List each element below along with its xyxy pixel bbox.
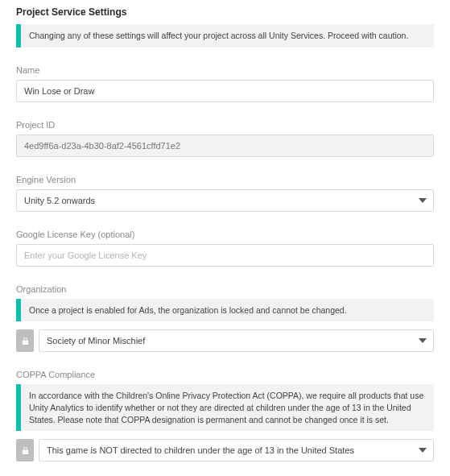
name-field: Name	[16, 65, 434, 102]
coppa-field: COPPA Compliance In accordance with the …	[16, 370, 434, 462]
coppa-banner-text: In accordance with the Children's Online…	[21, 384, 434, 431]
page-title: Project Service Settings	[16, 6, 434, 18]
organization-banner: Once a project is enabled for Ads, the o…	[16, 299, 434, 322]
lock-icon	[16, 439, 34, 462]
organization-label: Organization	[16, 284, 434, 294]
project-id-label: Project ID	[16, 120, 434, 130]
coppa-select[interactable]: This game is NOT directed to children un…	[39, 439, 434, 462]
engine-version-select[interactable]: Unity 5.2 onwards	[16, 189, 434, 212]
name-label: Name	[16, 65, 434, 75]
engine-version-field: Engine Version Unity 5.2 onwards	[16, 175, 434, 212]
organization-banner-text: Once a project is enabled for Ads, the o…	[21, 299, 355, 322]
coppa-label: COPPA Compliance	[16, 370, 434, 379]
google-license-field: Google License Key (optional)	[16, 230, 434, 267]
project-id-field: Project ID	[16, 120, 434, 157]
project-id-input	[16, 135, 434, 157]
coppa-banner: In accordance with the Children's Online…	[16, 384, 434, 431]
name-input[interactable]	[16, 80, 434, 102]
google-license-label: Google License Key (optional)	[16, 230, 434, 239]
banner-text: Changing any of these settings will affe…	[21, 24, 416, 48]
warning-banner: Changing any of these settings will affe…	[16, 24, 434, 48]
organization-field: Organization Once a project is enabled f…	[16, 284, 434, 353]
engine-version-label: Engine Version	[16, 175, 434, 184]
lock-icon	[16, 329, 34, 352]
google-license-input[interactable]	[16, 244, 434, 267]
organization-select[interactable]: Society of Minor Mischief	[39, 329, 434, 352]
